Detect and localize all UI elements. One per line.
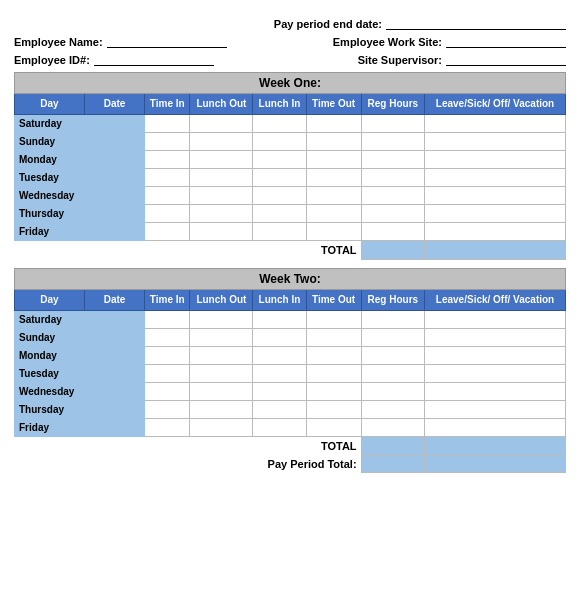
week1-monday-lunchout[interactable] xyxy=(190,151,253,169)
employee-worksite-value[interactable] xyxy=(446,34,566,48)
week2-friday-lunchout[interactable] xyxy=(190,418,253,436)
week2-friday-reghours[interactable] xyxy=(361,418,424,436)
week2-saturday-timeout[interactable] xyxy=(306,310,361,328)
week1-friday-lunchout[interactable] xyxy=(190,223,253,241)
week2-saturday-lunchout[interactable] xyxy=(190,310,253,328)
week1-sunday-lunchout[interactable] xyxy=(190,133,253,151)
week2-tuesday-leave[interactable] xyxy=(425,364,566,382)
week2-thursday-reghours[interactable] xyxy=(361,400,424,418)
week2-tuesday-lunchout[interactable] xyxy=(190,364,253,382)
week2-friday-lunchin[interactable] xyxy=(253,418,306,436)
week2-saturday-reghours[interactable] xyxy=(361,310,424,328)
week1-tuesday-reghours[interactable] xyxy=(361,169,424,187)
week1-thursday-lunchin[interactable] xyxy=(253,205,306,223)
week1-total-leave[interactable] xyxy=(425,241,566,260)
week1-wednesday-lunchout[interactable] xyxy=(190,187,253,205)
week1-tuesday-leave[interactable] xyxy=(425,169,566,187)
week2-tuesday-reghours[interactable] xyxy=(361,364,424,382)
week2-thursday-timeout[interactable] xyxy=(306,400,361,418)
week1-total-reghours[interactable] xyxy=(361,241,424,260)
week1-wednesday-timein[interactable] xyxy=(145,187,190,205)
week1-sunday-reghours[interactable] xyxy=(361,133,424,151)
week2-tuesday-timeout[interactable] xyxy=(306,364,361,382)
week2-monday-leave[interactable] xyxy=(425,346,566,364)
week1-thursday-leave[interactable] xyxy=(425,205,566,223)
week1-tuesday-lunchin[interactable] xyxy=(253,169,306,187)
week1-thursday-timeout[interactable] xyxy=(306,205,361,223)
week1-wednesday-date[interactable] xyxy=(85,187,145,205)
week1-friday-date[interactable] xyxy=(85,223,145,241)
week2-sunday-leave[interactable] xyxy=(425,328,566,346)
week2-saturday-timein[interactable] xyxy=(145,310,190,328)
site-supervisor-value[interactable] xyxy=(446,52,566,66)
week1-thursday-timein[interactable] xyxy=(145,205,190,223)
week2-thursday-lunchin[interactable] xyxy=(253,400,306,418)
week2-sunday-lunchout[interactable] xyxy=(190,328,253,346)
week1-monday-date[interactable] xyxy=(85,151,145,169)
week1-monday-timeout[interactable] xyxy=(306,151,361,169)
week2-wednesday-lunchin[interactable] xyxy=(253,382,306,400)
employee-id-value[interactable] xyxy=(94,52,214,66)
week1-friday-timeout[interactable] xyxy=(306,223,361,241)
week2-wednesday-leave[interactable] xyxy=(425,382,566,400)
week2-monday-timeout[interactable] xyxy=(306,346,361,364)
week2-thursday-date[interactable] xyxy=(85,400,145,418)
week1-saturday-timeout[interactable] xyxy=(306,115,361,133)
week2-saturday-date[interactable] xyxy=(85,310,145,328)
week2-total-reghours[interactable] xyxy=(361,436,424,455)
week1-saturday-date[interactable] xyxy=(85,115,145,133)
week2-sunday-timeout[interactable] xyxy=(306,328,361,346)
week2-total-leave[interactable] xyxy=(425,436,566,455)
week2-monday-date[interactable] xyxy=(85,346,145,364)
week1-wednesday-reghours[interactable] xyxy=(361,187,424,205)
week1-friday-lunchin[interactable] xyxy=(253,223,306,241)
week1-sunday-timeout[interactable] xyxy=(306,133,361,151)
week2-friday-leave[interactable] xyxy=(425,418,566,436)
week1-saturday-leave[interactable] xyxy=(425,115,566,133)
week1-sunday-timein[interactable] xyxy=(145,133,190,151)
pay-period-value[interactable] xyxy=(386,16,566,30)
week1-saturday-lunchin[interactable] xyxy=(253,115,306,133)
week1-monday-timein[interactable] xyxy=(145,151,190,169)
week2-monday-lunchout[interactable] xyxy=(190,346,253,364)
pay-period-total-leave[interactable] xyxy=(425,455,566,473)
week1-friday-timein[interactable] xyxy=(145,223,190,241)
week2-thursday-timein[interactable] xyxy=(145,400,190,418)
week2-tuesday-timein[interactable] xyxy=(145,364,190,382)
week1-monday-reghours[interactable] xyxy=(361,151,424,169)
week1-monday-leave[interactable] xyxy=(425,151,566,169)
week1-wednesday-lunchin[interactable] xyxy=(253,187,306,205)
pay-period-total-reghours[interactable] xyxy=(361,455,424,473)
week1-monday-lunchin[interactable] xyxy=(253,151,306,169)
week1-sunday-date[interactable] xyxy=(85,133,145,151)
week2-saturday-leave[interactable] xyxy=(425,310,566,328)
week2-tuesday-lunchin[interactable] xyxy=(253,364,306,382)
week2-sunday-lunchin[interactable] xyxy=(253,328,306,346)
week1-sunday-lunchin[interactable] xyxy=(253,133,306,151)
week2-tuesday-date[interactable] xyxy=(85,364,145,382)
week1-sunday-leave[interactable] xyxy=(425,133,566,151)
employee-name-value[interactable] xyxy=(107,34,227,48)
week1-tuesday-timeout[interactable] xyxy=(306,169,361,187)
week2-wednesday-timein[interactable] xyxy=(145,382,190,400)
week1-thursday-reghours[interactable] xyxy=(361,205,424,223)
week1-thursday-lunchout[interactable] xyxy=(190,205,253,223)
week1-saturday-reghours[interactable] xyxy=(361,115,424,133)
week2-friday-timeout[interactable] xyxy=(306,418,361,436)
week1-wednesday-timeout[interactable] xyxy=(306,187,361,205)
week1-friday-leave[interactable] xyxy=(425,223,566,241)
week2-wednesday-timeout[interactable] xyxy=(306,382,361,400)
week1-tuesday-lunchout[interactable] xyxy=(190,169,253,187)
week1-wednesday-leave[interactable] xyxy=(425,187,566,205)
week2-friday-date[interactable] xyxy=(85,418,145,436)
week2-sunday-date[interactable] xyxy=(85,328,145,346)
week1-saturday-timein[interactable] xyxy=(145,115,190,133)
week1-friday-reghours[interactable] xyxy=(361,223,424,241)
week2-monday-lunchin[interactable] xyxy=(253,346,306,364)
week2-monday-reghours[interactable] xyxy=(361,346,424,364)
week2-sunday-reghours[interactable] xyxy=(361,328,424,346)
week1-thursday-date[interactable] xyxy=(85,205,145,223)
week2-thursday-leave[interactable] xyxy=(425,400,566,418)
week2-thursday-lunchout[interactable] xyxy=(190,400,253,418)
week1-tuesday-timein[interactable] xyxy=(145,169,190,187)
